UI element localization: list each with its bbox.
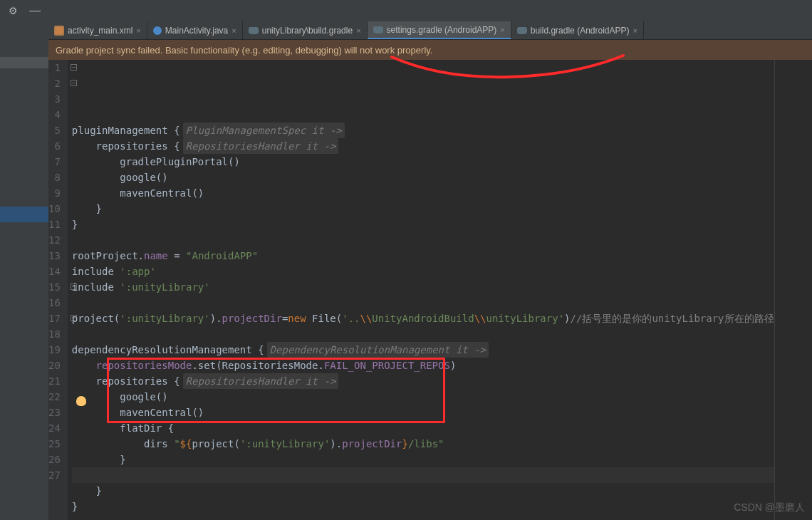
- code-line[interactable]: }: [72, 201, 774, 217]
- line-number: 1: [48, 60, 61, 76]
- editor-tab[interactable]: build.gradle (AndroidAPP)×: [511, 21, 644, 39]
- line-number: 17: [48, 311, 61, 326]
- code-line[interactable]: gradlePluginPortal(): [72, 154, 774, 170]
- line-number: 21: [48, 373, 61, 389]
- tab-label: unityLibrary\build.gradle: [262, 26, 353, 36]
- code-area[interactable]: pluginManagement {PluginManagementSpec i…: [68, 60, 775, 520]
- tab-label: activity_main.xml: [68, 26, 132, 36]
- code-line[interactable]: repositories {RepositoriesHandler it ->: [72, 138, 774, 154]
- minimize-icon[interactable]: —: [29, 4, 41, 17]
- java-icon: [153, 26, 162, 35]
- code-line[interactable]: project(':unityLibrary').projectDir=new …: [72, 311, 774, 326]
- line-number: 6: [48, 138, 61, 154]
- line-number: 24: [48, 420, 61, 436]
- gear-icon[interactable]: ⚙: [7, 5, 19, 16]
- code-line[interactable]: dependencyResolutionManagement {Dependen…: [72, 342, 774, 358]
- line-number: 8: [48, 170, 61, 185]
- line-number: 4: [48, 107, 61, 123]
- code-line[interactable]: pluginManagement {PluginManagementSpec i…: [72, 123, 774, 138]
- gradle-icon: [373, 25, 383, 35]
- project-sidebar: [0, 21, 48, 520]
- line-number: 13: [48, 248, 61, 264]
- code-line[interactable]: include ':unityLibrary': [72, 279, 774, 295]
- code-line[interactable]: mavenCentral(): [72, 185, 774, 201]
- line-number: 2: [48, 76, 61, 91]
- gradle-icon: [249, 26, 259, 36]
- gradle-icon: [517, 26, 527, 36]
- code-line[interactable]: }: [72, 452, 774, 467]
- editor-tab[interactable]: MainActivity.java×: [147, 21, 243, 39]
- editor-tabs: activity_main.xml×MainActivity.java×unit…: [48, 21, 812, 40]
- line-number: 27: [48, 467, 61, 483]
- xml-icon: [54, 26, 64, 36]
- code-line[interactable]: repositories {RepositoriesHandler it ->: [72, 373, 774, 389]
- line-number: 14: [48, 264, 61, 279]
- editor-tab[interactable]: unityLibrary\build.gradle×: [243, 21, 368, 39]
- sidebar-item-selected[interactable]: [0, 207, 48, 222]
- tab-label: settings.gradle (AndroidAPP): [387, 25, 497, 35]
- close-icon[interactable]: ×: [231, 26, 236, 35]
- line-number: 9: [48, 185, 61, 201]
- line-number-gutter: 1234567891011121314151617181920212223242…: [48, 60, 68, 520]
- code-line[interactable]: [72, 295, 774, 311]
- code-line[interactable]: flatDir {: [72, 420, 774, 436]
- sync-warning-bar: Gradle project sync failed. Basic functi…: [48, 40, 812, 60]
- code-line[interactable]: [72, 467, 774, 483]
- title-bar: ⚙ —: [0, 0, 812, 21]
- editor-tab[interactable]: settings.gradle (AndroidAPP)×: [368, 21, 511, 39]
- code-line[interactable]: [72, 232, 774, 248]
- code-line[interactable]: [72, 326, 774, 342]
- code-line[interactable]: rootProject.name = "AndroidAPP": [72, 248, 774, 264]
- close-icon[interactable]: ×: [500, 26, 504, 34]
- line-number: 19: [48, 342, 61, 358]
- code-line[interactable]: }: [72, 499, 774, 514]
- editor-tab[interactable]: activity_main.xml×: [48, 21, 147, 39]
- close-icon[interactable]: ×: [356, 26, 360, 35]
- code-line[interactable]: include ':app': [72, 264, 774, 279]
- tab-label: MainActivity.java: [165, 26, 228, 36]
- line-number: 7: [48, 154, 61, 170]
- line-number: 10: [48, 201, 61, 217]
- tab-label: build.gradle (AndroidAPP): [531, 26, 630, 36]
- code-line[interactable]: repositoriesMode.set(RepositoriesMode.FA…: [72, 358, 774, 373]
- line-number: 12: [48, 232, 61, 248]
- line-number: 25: [48, 436, 61, 452]
- code-line[interactable]: google(): [72, 170, 774, 185]
- line-number: 20: [48, 358, 61, 373]
- close-icon[interactable]: ×: [136, 26, 140, 35]
- line-number: 26: [48, 452, 61, 467]
- code-line[interactable]: mavenCentral(): [72, 405, 774, 420]
- line-number: 11: [48, 217, 61, 232]
- code-editor[interactable]: 1234567891011121314151617181920212223242…: [48, 60, 812, 520]
- line-number: 22: [48, 389, 61, 405]
- line-number: 15: [48, 279, 61, 295]
- line-number: 18: [48, 326, 61, 342]
- sidebar-item[interactable]: [0, 57, 48, 68]
- line-number: 5: [48, 123, 61, 138]
- code-line[interactable]: google(): [72, 389, 774, 405]
- code-line[interactable]: }: [72, 483, 774, 499]
- close-icon[interactable]: ×: [633, 26, 637, 35]
- sync-warning-text: Gradle project sync failed. Basic functi…: [56, 45, 432, 56]
- line-number: 23: [48, 405, 61, 420]
- code-line[interactable]: }: [72, 217, 774, 232]
- watermark: CSDN @墨磨人: [734, 501, 805, 514]
- line-number: 16: [48, 295, 61, 311]
- line-number: 3: [48, 91, 61, 107]
- code-line[interactable]: dirs "${project(':unityLibrary').project…: [72, 436, 774, 452]
- code-line[interactable]: [72, 514, 774, 520]
